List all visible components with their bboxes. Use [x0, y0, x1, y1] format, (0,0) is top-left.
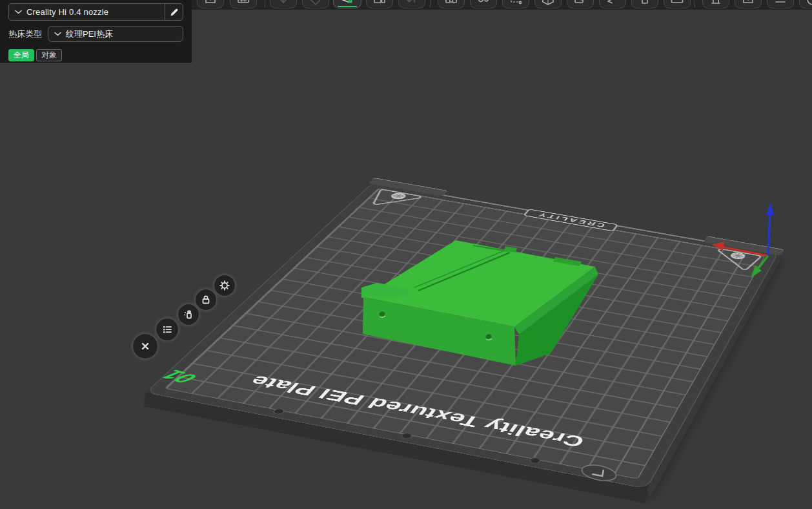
sync-icon: [405, 0, 419, 6]
toolbar-button-split-plate[interactable]: [438, 0, 465, 8]
toolbar-button-export[interactable]: [735, 0, 762, 8]
toolbar-button-layout[interactable]: [502, 0, 529, 8]
toolbar-button-more[interactable]: [799, 0, 812, 8]
export-icon: [741, 0, 755, 6]
toolbar-button-solid-view[interactable]: [534, 0, 562, 8]
settings-gear-icon: [218, 279, 231, 292]
tab-object[interactable]: 对象: [36, 49, 62, 61]
lock-icon: [199, 293, 212, 306]
scope-tabs: 全局 对象: [8, 49, 183, 61]
toolbar-separator: [265, 1, 265, 8]
pencil-icon: [170, 8, 179, 17]
toolbar-button-move[interactable]: [270, 0, 297, 8]
toolbar-button-support[interactable]: [702, 0, 729, 8]
solid-view-icon: [541, 0, 555, 6]
chevron-down-icon: [9, 10, 26, 14]
close-icon: [139, 340, 152, 353]
toolbar-button-measure[interactable]: [664, 0, 691, 8]
toolbar-separator: [430, 1, 431, 8]
split-plate-icon: [444, 0, 458, 6]
toolbar-button-clone-plate[interactable]: [366, 0, 393, 8]
plate-action-close[interactable]: [132, 333, 158, 359]
pillar-icon: [638, 0, 652, 6]
chevron-down-icon: [48, 32, 66, 36]
active-underline: [338, 6, 357, 8]
rotate-icon: [309, 0, 323, 6]
import-model-icon: [203, 0, 218, 6]
move-icon: [276, 0, 290, 6]
toolbar-button-cut[interactable]: [599, 0, 626, 8]
cut-icon: [605, 0, 620, 6]
toolbar-button-build-plate[interactable]: [230, 0, 257, 8]
process-settings-icon: [476, 0, 491, 6]
build-plate-icon: [236, 0, 250, 6]
bed-type-selector[interactable]: 纹理PEI热床: [48, 26, 183, 42]
printer-settings-panel: Creality Hi 0.4 nozzle 热床类型 纹理PEI热床 全局 对…: [0, 0, 192, 63]
printer-selector[interactable]: Creality Hi 0.4 nozzle: [8, 3, 183, 21]
toolbar-button-process-settings[interactable]: [470, 0, 497, 8]
toolbar-button-import-model[interactable]: [197, 0, 224, 8]
toolbar-button-edit-model[interactable]: [567, 0, 594, 8]
plate-action-objects-list[interactable]: [156, 318, 179, 341]
support-icon: [709, 0, 723, 6]
plate-action-lock[interactable]: [195, 289, 217, 311]
bed-type-label: 热床类型: [8, 28, 42, 40]
toolbar-button-rotate[interactable]: [302, 0, 329, 8]
bed-type-value: 纹理PEI热床: [66, 28, 113, 40]
clone-plate-icon: [372, 0, 387, 6]
measure-icon: [670, 0, 684, 6]
plate-action-settings-gear[interactable]: [214, 275, 236, 296]
layout-icon: [509, 0, 523, 6]
toolbar-button-list-view[interactable]: [767, 0, 794, 8]
plate-action-paint[interactable]: [178, 304, 199, 326]
edit-model-icon: [573, 0, 587, 6]
printer-name: Creality Hi 0.4 nozzle: [26, 7, 165, 17]
objects-list-icon: [161, 323, 174, 336]
more-icon: [806, 0, 812, 6]
edit-printer-button[interactable]: [165, 4, 183, 20]
paint-icon: [182, 308, 195, 321]
toolbar-button-auto-arrange[interactable]: [333, 0, 361, 8]
list-view-icon: [773, 0, 787, 6]
toolbar-button-sync[interactable]: [398, 0, 425, 8]
toolbar-separator: [695, 1, 695, 8]
tab-global[interactable]: 全局: [8, 49, 34, 61]
toolbar-button-pillar[interactable]: [631, 0, 658, 8]
